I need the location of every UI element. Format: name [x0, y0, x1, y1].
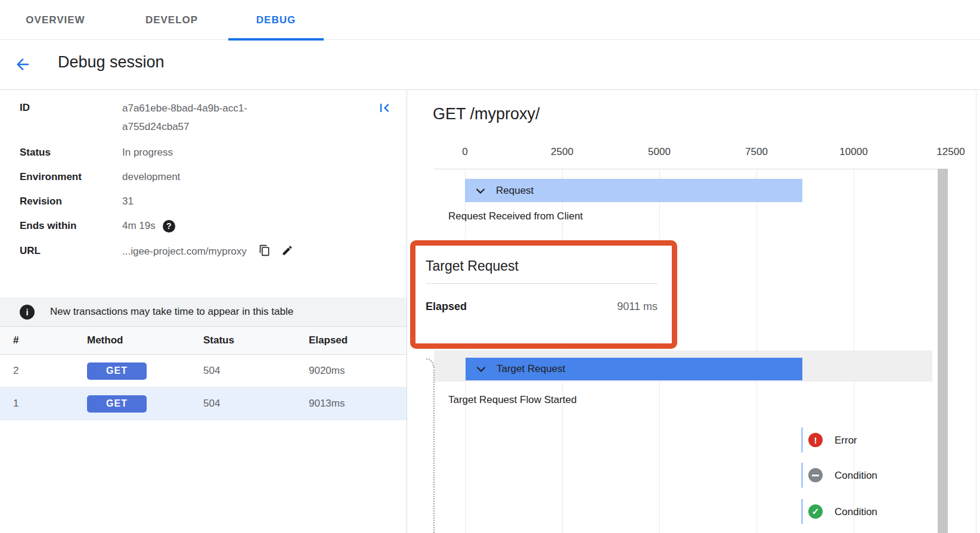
field-label: Status	[20, 146, 122, 159]
axis-tick: 0	[435, 146, 495, 158]
transaction-row[interactable]: 2 GET 504 9020ms	[0, 355, 407, 388]
field-label: Revision	[20, 195, 122, 208]
column-header-method: Method	[87, 334, 203, 346]
status-value: In progress	[122, 146, 288, 159]
condition-false-icon[interactable]	[808, 468, 823, 482]
tab-overview[interactable]: OVERVIEW	[8, 0, 103, 40]
target-request-phase-label: Target Request	[497, 363, 565, 375]
request-phase-label: Request	[496, 185, 534, 197]
axis-tick: 10000	[824, 146, 883, 158]
axis-tick: 12500	[921, 146, 980, 158]
elapsed-label: Elapsed	[426, 300, 467, 313]
elapsed-tooltip-highlighted: Target Request Elapsed 9011 ms	[410, 240, 677, 349]
info-icon: i	[20, 305, 35, 320]
field-row-status: Status In progress	[20, 146, 395, 159]
pencil-icon	[281, 244, 293, 258]
tooltip-title: Target Request	[426, 258, 658, 274]
tab-bar: OVERVIEW DEVELOP DEBUG	[0, 0, 980, 40]
page-title: Debug session	[58, 53, 165, 72]
column-header-status: Status	[203, 334, 309, 346]
axis-tick: 5000	[629, 146, 689, 158]
column-header-elapsed: Elapsed	[309, 334, 407, 346]
field-row-id: ID a7a61ebe-8bad-4a9b-acc1-a755d24cba57	[20, 101, 395, 136]
step-marker-line	[801, 463, 803, 488]
collapse-panel-button[interactable]	[376, 100, 393, 117]
axis-tick: 2500	[532, 146, 592, 158]
field-row-environment: Environment development	[20, 171, 395, 184]
trace-panel: GET /myproxy/ 0 2500 5000 7500 10000 125…	[408, 91, 980, 533]
condition-true-icon[interactable]: ✓	[808, 504, 823, 519]
back-button[interactable]	[13, 55, 32, 75]
transaction-status: 504	[203, 365, 309, 377]
tab-develop[interactable]: DEVELOP	[124, 0, 219, 40]
condition-step-label: Condition	[835, 469, 877, 483]
tab-debug[interactable]: DEBUG	[228, 0, 324, 40]
column-header-num: #	[0, 334, 87, 346]
target-request-phase-bar[interactable]: Target Request	[466, 358, 802, 380]
connector-dashed-line	[433, 367, 435, 533]
connector-curve	[426, 358, 434, 367]
url-value: ...igee-project.com/myproxy	[122, 245, 247, 258]
help-icon[interactable]: ?	[163, 220, 175, 233]
edit-url-button[interactable]	[281, 244, 293, 258]
transaction-num: 1	[0, 398, 87, 410]
field-row-url: URL ...igee-project.com/myproxy	[20, 244, 395, 258]
chevron-down-icon	[476, 364, 486, 374]
tooltip-divider	[426, 283, 658, 284]
transaction-elapsed: 9013ms	[309, 398, 407, 410]
environment-value: development	[122, 171, 288, 184]
session-id-value: a7a61ebe-8bad-4a9b-acc1-a755d24cba57	[122, 99, 288, 136]
arrow-left-icon	[14, 66, 32, 75]
timeline-axis	[434, 169, 938, 169]
request-phase-bar[interactable]: Request	[465, 179, 802, 202]
transaction-elapsed: 9020ms	[309, 365, 407, 377]
field-label: ID	[20, 101, 122, 114]
field-label: Ends within	[20, 219, 122, 233]
method-badge: GET	[87, 395, 147, 413]
request-event-text: Request Received from Client	[448, 210, 583, 222]
condition-step-label: Condition	[835, 505, 877, 519]
page-header: Debug session	[0, 40, 980, 90]
axis-tick: 7500	[727, 146, 786, 158]
copy-icon	[259, 244, 271, 258]
field-row-ends-within: Ends within 4m 19s ?	[20, 219, 395, 233]
field-label: URL	[20, 244, 122, 258]
transaction-row-selected[interactable]: 1 GET 504 9013ms	[0, 388, 407, 420]
revision-value: 31	[122, 195, 288, 208]
transactions-table-header: # Method Status Elapsed	[0, 326, 407, 355]
method-badge: GET	[87, 362, 147, 380]
collapse-left-icon	[376, 109, 393, 118]
target-request-event-text: Target Request Flow Started	[448, 394, 576, 406]
vertical-scrollbar[interactable]	[938, 169, 948, 533]
apigee-debug-screen: OVERVIEW DEVELOP DEBUG Debug session ID …	[0, 0, 980, 533]
panel-border	[976, 91, 976, 533]
elapsed-value: 9011 ms	[617, 300, 658, 313]
copy-url-button[interactable]	[259, 244, 271, 258]
transaction-status: 504	[203, 398, 309, 410]
field-row-revision: Revision 31	[20, 195, 395, 208]
error-step-label: Error	[835, 433, 857, 448]
info-banner-text: New transactions may take time to appear…	[50, 306, 293, 318]
step-marker-line	[801, 427, 803, 453]
field-label: Environment	[20, 171, 122, 184]
chevron-down-icon	[476, 185, 485, 196]
session-details-panel: ID a7a61ebe-8bad-4a9b-acc1-a755d24cba57 …	[0, 91, 407, 533]
trace-title: GET /myproxy/	[433, 105, 540, 123]
step-marker-line	[801, 499, 803, 524]
error-icon[interactable]: !	[808, 433, 823, 447]
minus-glyph	[812, 475, 819, 476]
ends-within-value: 4m 19s	[122, 219, 156, 233]
info-banner: i New transactions may take time to appe…	[0, 298, 407, 326]
transaction-num: 2	[0, 365, 87, 377]
